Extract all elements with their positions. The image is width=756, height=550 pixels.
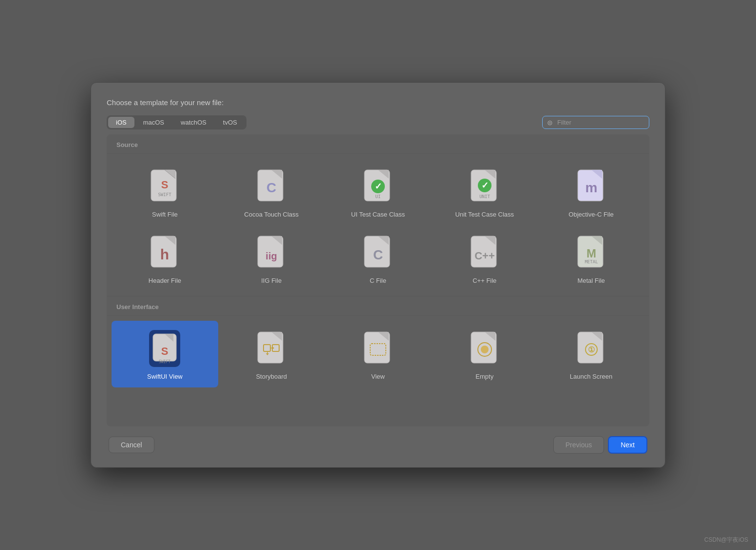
tab-watchos[interactable]: watchOS	[173, 117, 214, 128]
filter-input[interactable]	[542, 116, 649, 129]
swiftui-view-icon: SWIFT S	[147, 329, 182, 368]
metal-item[interactable]: METAL M Metal File	[538, 225, 644, 291]
cpp-label: C++ File	[472, 276, 496, 285]
storyboard-item[interactable]: Storyboard	[218, 321, 325, 387]
unit-test-item[interactable]: UNIT ✓ Unit Test Case Class	[431, 159, 538, 225]
ui-section-header: User Interface	[107, 296, 649, 316]
cancel-button[interactable]: Cancel	[109, 437, 154, 453]
svg-text:UNIT: UNIT	[479, 194, 490, 199]
launch-screen-label: Launch Screen	[570, 372, 612, 381]
svg-text:SWIFT: SWIFT	[159, 360, 170, 364]
ui-test-label: UI Test Case Class	[351, 210, 405, 219]
source-section-header: Source	[107, 134, 649, 154]
header-item[interactable]: h Header File	[112, 225, 218, 291]
tab-bar: iOS macOS watchOS tvOS ⊜	[107, 115, 649, 129]
template-dialog: Choose a template for your new file: iOS…	[91, 82, 665, 468]
view-item[interactable]: View	[325, 321, 432, 387]
watermark: CSDN@宇夜iOS	[704, 536, 748, 544]
nav-buttons: Previous Next	[553, 436, 647, 454]
empty-item[interactable]: Empty	[431, 321, 538, 387]
filter-wrap: ⊜	[542, 116, 649, 129]
c-file-item[interactable]: C C File	[325, 225, 432, 291]
svg-text:UI: UI	[376, 194, 381, 199]
svg-point-56	[481, 346, 489, 353]
svg-text:M: M	[586, 247, 596, 260]
tab-tvos[interactable]: tvOS	[215, 117, 245, 128]
swift-file-label: Swift File	[152, 210, 178, 219]
cpp-item[interactable]: C++ C++ File	[431, 225, 538, 291]
svg-text:m: m	[585, 180, 597, 195]
svg-text:S: S	[161, 179, 169, 191]
swift-file-icon: SWIFT S	[147, 166, 182, 206]
unit-test-label: Unit Test Case Class	[455, 210, 514, 219]
svg-text:①: ①	[588, 346, 595, 354]
svg-text:C: C	[373, 247, 383, 262]
content-area: Source SWIFT S Swift File	[107, 134, 649, 426]
tab-macos[interactable]: macOS	[135, 117, 172, 128]
bottom-bar: Cancel Previous Next	[107, 436, 649, 454]
c-file-label: C File	[370, 276, 386, 285]
empty-label: Empty	[475, 372, 493, 381]
svg-text:✓: ✓	[481, 181, 488, 190]
storyboard-label: Storyboard	[256, 372, 287, 381]
svg-text:C: C	[266, 180, 276, 195]
unit-test-icon: UNIT ✓	[467, 166, 502, 206]
ui-grid: SWIFT S SwiftUI View	[107, 316, 649, 392]
c-file-icon: C	[360, 233, 396, 273]
swiftui-view-item[interactable]: SWIFT S SwiftUI View	[112, 321, 218, 387]
swift-file-item[interactable]: SWIFT S Swift File	[112, 159, 218, 225]
metal-icon: METAL M	[574, 233, 609, 273]
cpp-icon: C++	[467, 233, 502, 273]
svg-text:h: h	[160, 246, 169, 262]
next-button[interactable]: Next	[608, 436, 647, 454]
launch-screen-icon: ①	[574, 329, 609, 368]
metal-label: Metal File	[577, 276, 605, 285]
iig-icon: iig	[254, 233, 289, 273]
filter-icon: ⊜	[547, 119, 553, 127]
empty-icon	[467, 329, 502, 368]
svg-text:C++: C++	[474, 250, 495, 262]
cocoa-touch-icon: C	[254, 166, 289, 206]
cocoa-touch-label: Cocoa Touch Class	[244, 210, 299, 219]
svg-text:METAL: METAL	[585, 259, 598, 264]
header-label: Header File	[149, 276, 181, 285]
svg-text:S: S	[161, 345, 169, 357]
previous-button[interactable]: Previous	[553, 436, 604, 454]
svg-text:SWIFT: SWIFT	[158, 192, 172, 197]
tab-ios[interactable]: iOS	[108, 117, 134, 128]
view-label: View	[371, 372, 385, 381]
objc-label: Objective-C File	[568, 210, 613, 219]
svg-text:iig: iig	[266, 251, 277, 261]
objc-icon: m	[574, 166, 609, 206]
storyboard-icon	[254, 329, 289, 368]
platform-tabs: iOS macOS watchOS tvOS	[107, 115, 246, 129]
launch-screen-item[interactable]: ① Launch Screen	[538, 321, 644, 387]
objc-item[interactable]: m Objective-C File	[538, 159, 644, 225]
cocoa-touch-item[interactable]: C Cocoa Touch Class	[218, 159, 325, 225]
iig-item[interactable]: iig IIG File	[218, 225, 325, 291]
source-grid: SWIFT S Swift File C Cocoa Touch Class	[107, 154, 649, 296]
svg-text:✓: ✓	[374, 182, 381, 191]
dialog-title: Choose a template for your new file:	[107, 98, 649, 107]
ui-test-icon: UI ✓	[360, 166, 396, 206]
swiftui-view-label: SwiftUI View	[147, 372, 183, 381]
ui-test-item[interactable]: UI ✓ UI Test Case Class	[325, 159, 432, 225]
view-icon	[360, 329, 396, 368]
header-icon: h	[147, 233, 182, 273]
iig-label: IIG File	[261, 276, 282, 285]
